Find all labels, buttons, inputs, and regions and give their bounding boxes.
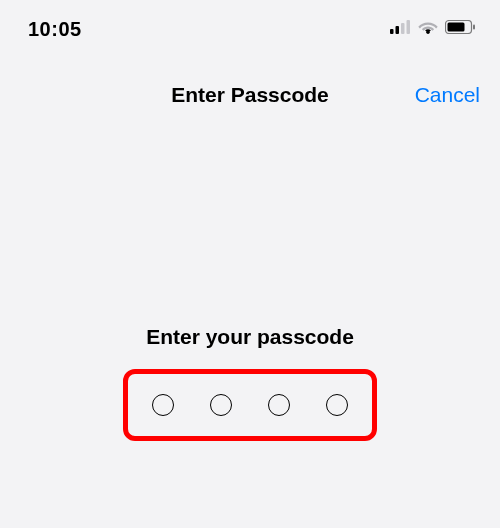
cellular-icon bbox=[390, 20, 411, 38]
svg-rect-2 bbox=[401, 23, 405, 34]
status-icons bbox=[390, 20, 476, 38]
passcode-content: Enter your passcode bbox=[0, 325, 500, 441]
passcode-dot[interactable] bbox=[326, 394, 348, 416]
battery-icon bbox=[445, 20, 476, 38]
svg-rect-0 bbox=[390, 29, 394, 34]
passcode-dot[interactable] bbox=[210, 394, 232, 416]
svg-rect-3 bbox=[407, 20, 411, 34]
svg-rect-6 bbox=[448, 23, 465, 32]
status-time: 10:05 bbox=[28, 18, 82, 41]
status-bar: 10:05 bbox=[0, 0, 500, 48]
passcode-dot[interactable] bbox=[268, 394, 290, 416]
wifi-icon bbox=[418, 20, 438, 38]
svg-rect-7 bbox=[473, 25, 475, 30]
navigation-bar: Enter Passcode Cancel bbox=[0, 70, 500, 120]
passcode-field-highlight bbox=[123, 369, 377, 441]
page-title: Enter Passcode bbox=[171, 83, 329, 107]
passcode-dot[interactable] bbox=[152, 394, 174, 416]
passcode-prompt: Enter your passcode bbox=[0, 325, 500, 349]
cancel-button[interactable]: Cancel bbox=[415, 83, 480, 107]
svg-rect-1 bbox=[396, 26, 400, 34]
